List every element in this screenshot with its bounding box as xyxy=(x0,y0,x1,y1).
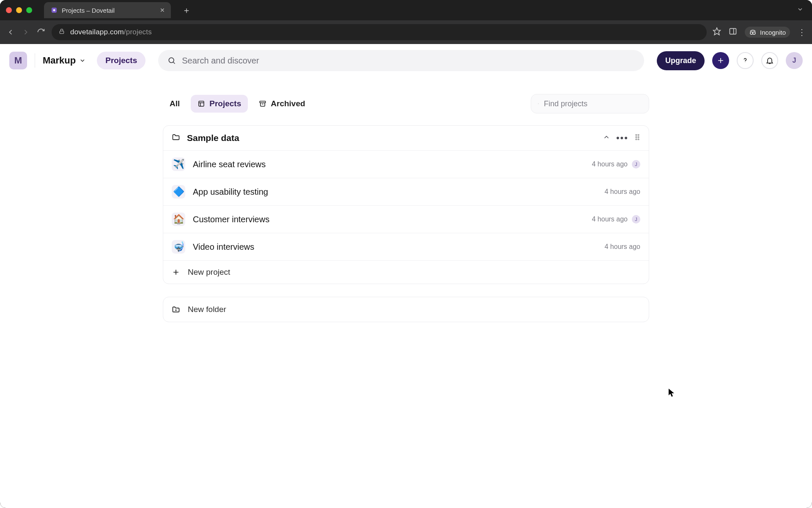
address-bar[interactable]: dovetailapp.com/projects xyxy=(52,24,707,40)
incognito-icon xyxy=(749,28,757,36)
panel-icon[interactable] xyxy=(729,27,737,37)
svg-line-8 xyxy=(173,62,175,64)
tab-title: Projects – Dovetail xyxy=(62,7,156,14)
filter-tabs: All Projects Archived xyxy=(163,94,649,113)
folder-header[interactable]: Sample data ••• xyxy=(163,126,649,150)
tab-favicon-icon xyxy=(51,7,58,14)
user-avatar[interactable]: J xyxy=(786,52,803,69)
search-icon xyxy=(538,100,539,108)
svg-rect-12 xyxy=(199,101,204,106)
notifications-button[interactable] xyxy=(761,52,778,69)
lock-icon xyxy=(58,28,65,36)
new-folder-label: New folder xyxy=(188,305,226,314)
reload-button[interactable] xyxy=(36,28,46,37)
projects-list: ✈️ Airline seat reviews 4 hours ago J 🔷 … xyxy=(163,150,649,260)
incognito-label: Incognito xyxy=(760,29,786,36)
project-time: 4 hours ago xyxy=(604,243,640,251)
project-name: Airline seat reviews xyxy=(193,160,584,169)
bookmark-icon[interactable] xyxy=(713,27,721,37)
bell-icon xyxy=(765,56,774,65)
project-name: Customer interviews xyxy=(193,215,584,224)
project-icon: 🤿 xyxy=(172,240,185,254)
divider xyxy=(35,53,35,68)
folder-icon xyxy=(172,133,180,143)
project-row[interactable]: 🤿 Video interviews 4 hours ago xyxy=(163,233,649,260)
url-host: dovetailapp.com xyxy=(70,28,124,36)
svg-point-17 xyxy=(538,103,538,104)
folder-plus-icon xyxy=(172,305,180,314)
project-time: 4 hours ago xyxy=(592,215,628,223)
collapse-icon[interactable] xyxy=(603,133,610,143)
browser-titlebar: Projects – Dovetail ✕ ＋ xyxy=(0,0,812,20)
global-search-input[interactable] xyxy=(182,56,635,66)
forward-button[interactable] xyxy=(21,28,30,37)
app-header: M Markup Projects Upgrade J xyxy=(0,44,812,77)
viewer-avatar: J xyxy=(632,160,640,168)
find-projects[interactable] xyxy=(531,94,649,113)
tab-projects-label: Projects xyxy=(209,99,241,108)
upgrade-button[interactable]: Upgrade xyxy=(657,51,705,70)
tab-projects[interactable]: Projects xyxy=(191,95,248,113)
workspace-logo[interactable]: M xyxy=(9,52,27,69)
folder-card: Sample data ••• ✈️ Airline seat reviews … xyxy=(163,125,649,284)
incognito-badge[interactable]: Incognito xyxy=(745,27,790,38)
svg-point-20 xyxy=(638,134,639,135)
window-controls xyxy=(6,7,32,13)
global-search[interactable] xyxy=(158,50,644,71)
project-row[interactable]: 🔷 App usability testing 4 hours ago xyxy=(163,178,649,205)
svg-point-24 xyxy=(638,139,639,140)
new-tab-button[interactable]: ＋ xyxy=(180,4,193,17)
viewer-avatar: J xyxy=(632,215,640,224)
browser-tab[interactable]: Projects – Dovetail ✕ xyxy=(44,2,171,18)
project-name: App usability testing xyxy=(193,187,597,197)
page-content: All Projects Archived xyxy=(0,77,812,322)
url-path: /projects xyxy=(124,28,152,36)
svg-rect-1 xyxy=(60,31,63,33)
tab-all[interactable]: All xyxy=(163,95,187,113)
projects-icon xyxy=(198,100,205,108)
new-folder-button[interactable]: New folder xyxy=(163,297,649,322)
svg-point-21 xyxy=(636,137,637,138)
svg-point-7 xyxy=(169,58,174,63)
help-button[interactable] xyxy=(737,52,754,69)
new-project-button[interactable]: New project xyxy=(163,260,649,284)
chevron-down-icon xyxy=(79,57,86,64)
window-maximize-button[interactable] xyxy=(26,7,32,13)
workspace-switcher[interactable]: Markup xyxy=(43,55,86,66)
project-icon: 🏠 xyxy=(172,213,185,226)
tab-archived[interactable]: Archived xyxy=(252,95,312,113)
question-icon xyxy=(741,56,749,65)
project-row[interactable]: 🏠 Customer interviews 4 hours ago J xyxy=(163,205,649,233)
project-name: Video interviews xyxy=(193,242,597,252)
create-button[interactable] xyxy=(712,52,729,69)
plus-icon xyxy=(716,56,725,65)
find-projects-input[interactable] xyxy=(544,99,642,108)
back-button[interactable] xyxy=(6,28,15,37)
svg-point-5 xyxy=(750,32,753,34)
window-minimize-button[interactable] xyxy=(16,7,22,13)
svg-point-22 xyxy=(638,137,639,138)
browser-menu-icon[interactable]: ⋮ xyxy=(798,27,806,37)
browser-navbar: dovetailapp.com/projects Incognito ⋮ xyxy=(0,20,812,44)
tab-close-icon[interactable]: ✕ xyxy=(160,7,165,14)
project-icon: ✈️ xyxy=(172,157,185,171)
nav-projects-pill[interactable]: Projects xyxy=(97,52,145,69)
project-time: 4 hours ago xyxy=(604,188,640,196)
folder-menu-icon[interactable]: ••• xyxy=(616,133,628,144)
workspace-name: Markup xyxy=(43,55,76,66)
app-body: M Markup Projects Upgrade J xyxy=(0,44,812,508)
svg-rect-3 xyxy=(730,28,736,34)
search-icon xyxy=(167,56,176,65)
svg-rect-15 xyxy=(260,101,266,103)
folder-title: Sample data xyxy=(187,133,596,143)
new-project-label: New project xyxy=(188,268,230,277)
project-icon: 🔷 xyxy=(172,185,185,199)
browser-window: Projects – Dovetail ✕ ＋ dovetailapp.com/… xyxy=(0,0,812,508)
drag-handle-icon[interactable] xyxy=(634,134,640,142)
tabs-dropdown-icon[interactable] xyxy=(797,6,804,14)
project-row[interactable]: ✈️ Airline seat reviews 4 hours ago J xyxy=(163,150,649,178)
plus-icon xyxy=(172,268,180,276)
window-close-button[interactable] xyxy=(6,7,12,13)
svg-point-19 xyxy=(636,134,637,135)
mouse-cursor-icon xyxy=(668,388,675,398)
